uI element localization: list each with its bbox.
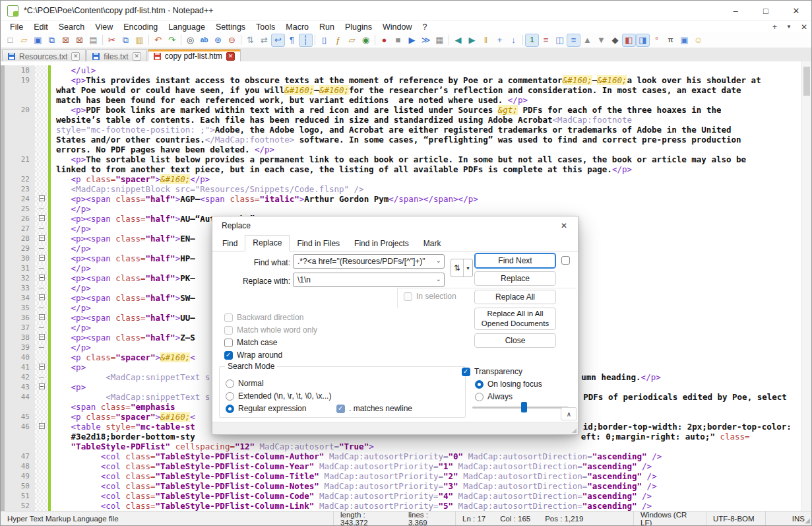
toolbar-cut-icon[interactable]: ✂ — [105, 34, 119, 47]
wrap-around-checkbox[interactable] — [224, 351, 233, 360]
code-text[interactable]: <p class="spacer">&#160;</p> — [51, 174, 210, 184]
swap-dropdown-icon[interactable]: ▼ — [464, 259, 472, 277]
toolbar-degree-tool-icon[interactable]: ° — [650, 34, 664, 47]
title-bar[interactable]: *C:\POE\Poe\Content\copy pdf-list.htm - … — [1, 1, 811, 21]
code-text[interactable]: <p><span class="half">AGP—<span class="i… — [51, 194, 478, 204]
code-line[interactable]: 47 <col class="TableStyle-PDFlist-Column… — [1, 451, 811, 461]
toolbar-redo-icon[interactable]: ↷ — [165, 34, 179, 47]
find-what-input[interactable]: .*?<a href="(Resources/PDFs/[^"]+)" ⌄ — [293, 254, 445, 269]
maximize-button[interactable]: □ — [751, 1, 781, 20]
code-text[interactable]: <col class="TableStyle-PDFlist-Column-Ti… — [51, 471, 657, 481]
code-text[interactable]: <p>This provides instant access to obscu… — [51, 75, 761, 85]
menu-item-file[interactable]: File — [5, 22, 28, 32]
collapse-dialog-button[interactable]: ∧ — [561, 407, 577, 420]
toolbar-save-icon[interactable]: ▣ — [31, 34, 45, 47]
dialog-tab-replace[interactable]: Replace — [245, 235, 290, 251]
transparency-slider[interactable] — [472, 407, 569, 409]
code-line[interactable]: 48 <col class="TableStyle-PDFlist-Column… — [1, 461, 811, 471]
code-text[interactable]: style="mc-footnote-position: ;">Adobe, t… — [51, 125, 732, 135]
find-next-side-checkbox[interactable] — [561, 256, 570, 265]
code-text[interactable]: <p><span class="half">SW— — [51, 293, 195, 303]
tab-close-icon[interactable]: ✕ — [226, 52, 235, 61]
code-text[interactable]: </p> — [51, 244, 91, 253]
menu-item-settings[interactable]: Settings — [210, 22, 251, 32]
code-text[interactable]: <p>The sortable list below provides a pe… — [51, 154, 746, 164]
toolbar-indent-guide-icon[interactable]: ┆ — [299, 34, 313, 47]
replace-with-input[interactable]: \1\n ⌄ — [293, 273, 445, 287]
fold-box-icon[interactable] — [39, 294, 45, 300]
code-text[interactable]: </p> — [51, 323, 91, 333]
code-line[interactable]: 19 <p>This provides instant access to ob… — [1, 75, 811, 85]
close-button[interactable]: ✕ — [781, 1, 811, 20]
toolbar-macro-save-icon[interactable]: ▦ — [433, 34, 447, 47]
replace-with-dropdown-icon[interactable]: ⌄ — [436, 275, 441, 282]
dialog-title[interactable]: Replace — [222, 221, 251, 230]
scrollbar-thumb[interactable] — [803, 67, 810, 96]
fold-box-icon[interactable] — [39, 383, 45, 389]
menu-item-window[interactable]: Window — [377, 22, 417, 32]
toolbar-sort-lines-desc-icon[interactable]: ≡ — [567, 34, 580, 47]
fold-box-icon[interactable] — [39, 314, 45, 320]
close-dialog-button[interactable]: Close — [474, 333, 556, 348]
code-text[interactable]: <p><span class="half">UU— — [51, 313, 195, 323]
toolbar-collapse-all-folds-icon[interactable]: ▲ — [580, 34, 594, 47]
dot-matches-newline-checkbox[interactable] — [336, 405, 345, 413]
code-text[interactable]: <col class="TableStyle-PDFlist-Column-Co… — [51, 491, 652, 501]
dialog-resize-grip[interactable]: ◢ — [572, 427, 577, 434]
dialog-close-icon[interactable]: ✕ — [554, 219, 574, 232]
dialog-tab-find-in-projects[interactable]: Find in Projects — [347, 236, 416, 251]
match-case-checkbox[interactable] — [224, 339, 233, 347]
toolbar-word-wrap-icon[interactable]: ↩ — [271, 34, 285, 47]
fold-box-icon[interactable] — [39, 195, 45, 201]
code-line[interactable]: website’s table of contents. Each file h… — [1, 115, 811, 125]
toolbar-sync-vertical-scrolling-icon[interactable]: ⇅ — [243, 34, 257, 47]
toolbar-folder-as-workspace-icon[interactable]: ▱ — [345, 34, 359, 47]
toolbar-new-file-icon[interactable]: □ — [3, 34, 17, 47]
code-line[interactable]: 49 <col class="TableStyle-PDFlist-Column… — [1, 471, 811, 481]
replace-button[interactable]: Replace — [474, 271, 556, 286]
search-mode-radio-regular-expression[interactable] — [226, 405, 234, 413]
toolbar-toggle-panel-right-icon[interactable]: ◨ — [636, 34, 650, 47]
toolbar-prev-document-icon[interactable]: ◀ — [451, 34, 465, 47]
replace-all-in-all-opened-documents-button[interactable]: Replace All in All Opened Documents — [474, 308, 556, 330]
code-text[interactable]: <col class="TableStyle-PDFlist-Column-Li… — [51, 501, 652, 511]
toolbar-move-document-icon[interactable]: + — [493, 34, 507, 47]
toolbar-print-icon[interactable]: ▤ — [86, 34, 100, 47]
swap-find-replace-button[interactable]: ⇅ ▼ — [451, 259, 473, 277]
fold-box-icon[interactable] — [39, 215, 45, 221]
code-text[interactable]: <p> — [51, 362, 86, 372]
code-line[interactable]: errors. No PDF pages have been deleted. … — [1, 145, 811, 154]
code-line[interactable]: 21 <p>The sortable list below provides a… — [1, 154, 811, 164]
status-encoding[interactable]: UTF-8-BOM — [706, 511, 766, 525]
code-line[interactable]: 18 </ul> — [1, 65, 811, 75]
status-cursor-position[interactable]: Ln : 17 Col : 165 Pos : 1,219 — [456, 511, 634, 525]
toolbar-document-monitor-icon[interactable]: ◉ — [359, 34, 373, 47]
toolbar-close-file-icon[interactable]: ⊠ — [59, 34, 73, 47]
code-text[interactable]: </ul> — [51, 65, 96, 75]
code-line[interactable]: 20 <p>PDF book links are marked within t… — [1, 105, 811, 115]
tab-list-dropdown-icon[interactable]: ▼ — [786, 24, 792, 30]
code-line[interactable]: 50 <col class="TableStyle-PDFlist-Column… — [1, 481, 811, 491]
toolbar-sort-lines-asc-icon[interactable]: ≡ — [539, 34, 553, 47]
code-text[interactable]: <MadCap:snippetBlock src="Resources/Snip… — [51, 184, 364, 194]
toolbar-document-map-icon[interactable]: ▯ — [317, 34, 331, 47]
toolbar-paste-icon[interactable]: ▥ — [133, 34, 146, 47]
code-text[interactable]: </p> — [51, 224, 91, 234]
code-text[interactable]: <p><span class="half">PK— — [51, 273, 195, 283]
toolbar-toggle-panel-left-icon[interactable]: ◧ — [622, 34, 636, 47]
fold-box-icon[interactable] — [39, 334, 45, 340]
code-text[interactable]: <p><span class="half">EN— — [51, 234, 195, 244]
code-line[interactable]: 23 <MadCap:snippetBlock src="Resources/S… — [1, 184, 811, 194]
toolbar-macro-run-multiple-icon[interactable]: ≫ — [419, 34, 433, 47]
code-line[interactable]: 22 <p class="spacer">&#160;</p> — [1, 174, 811, 184]
match-whole-word-checkbox[interactable] — [224, 326, 233, 335]
search-mode-radio-normal[interactable] — [226, 379, 234, 388]
minimize-button[interactable]: – — [720, 1, 751, 20]
code-line[interactable]: style="mc-footnote-position: ;">Adobe, t… — [1, 125, 811, 135]
toolbar-close-all-files-icon[interactable]: ⊠ — [73, 34, 86, 47]
tab-close-icon[interactable]: ✕ — [133, 52, 141, 61]
menu-item-language[interactable]: Language — [163, 22, 210, 32]
find-what-dropdown-icon[interactable]: ⌄ — [436, 257, 441, 264]
toolbar-uncollapse-all-folds-icon[interactable]: ▼ — [594, 34, 608, 47]
document-tab-files-txt[interactable]: files.txt✕ — [86, 49, 146, 63]
